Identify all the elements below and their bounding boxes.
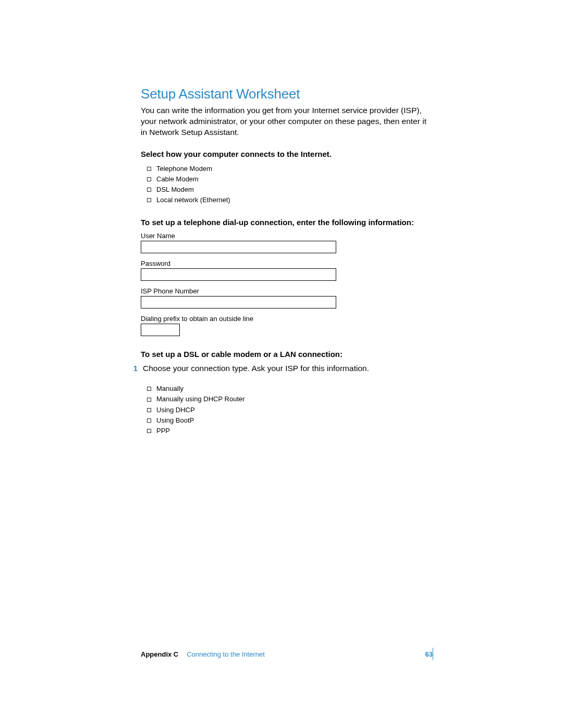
- section2-heading: To set up a telephone dial-up connection…: [141, 218, 433, 227]
- list-item-label: Using BootP: [156, 415, 194, 426]
- list-item-label: PPP: [156, 426, 170, 436]
- page-footer: Appendix C Connecting to the Internet 63: [141, 650, 433, 658]
- checkbox-icon[interactable]: [147, 387, 151, 391]
- footer-page-number: 63: [425, 650, 433, 658]
- list-item-label: Manually using DHCP Router: [156, 394, 245, 404]
- list-item-label: Manually: [156, 384, 183, 394]
- checkbox-icon[interactable]: [147, 418, 151, 423]
- page-title: Setup Assistant Worksheet: [141, 86, 433, 102]
- list-item: Cable Modem: [147, 174, 433, 184]
- list-item: Using DHCP: [147, 405, 433, 415]
- list-item: Manually: [147, 384, 433, 394]
- checkbox-icon[interactable]: [147, 429, 151, 433]
- footer-chapter: Connecting to the Internet: [187, 650, 265, 658]
- checkbox-icon[interactable]: [147, 198, 151, 202]
- connection-type-list: Telephone Modem Cable Modem DSL Modem Lo…: [147, 164, 433, 206]
- step-text: Choose your connection type. Ask your IS…: [143, 364, 369, 373]
- list-item: Manually using DHCP Router: [147, 394, 433, 404]
- list-item: DSL Modem: [147, 184, 433, 195]
- intro-paragraph: You can write the information you get fr…: [141, 105, 433, 138]
- list-item: Local network (Ethernet): [147, 195, 433, 205]
- step-1: 1 Choose your connection type. Ask your …: [141, 364, 433, 373]
- footer-appendix: Appendix C: [141, 650, 178, 658]
- checkbox-icon[interactable]: [147, 408, 151, 412]
- list-item: PPP: [147, 426, 433, 436]
- section3-heading: To set up a DSL or cable modem or a LAN …: [141, 350, 433, 359]
- list-item-label: Using DHCP: [156, 405, 195, 415]
- list-item: Telephone Modem: [147, 164, 433, 174]
- connection-method-list: Manually Manually using DHCP Router Usin…: [147, 384, 433, 436]
- username-label: User Name: [141, 232, 433, 240]
- step-number: 1: [131, 364, 138, 373]
- list-item-label: Local network (Ethernet): [156, 195, 230, 205]
- dialing-prefix-label: Dialing prefix to obtain an outside line: [141, 315, 433, 323]
- password-input[interactable]: [141, 268, 336, 281]
- list-item-label: Telephone Modem: [156, 164, 212, 174]
- isp-phone-label: ISP Phone Number: [141, 287, 433, 295]
- list-item: Using BootP: [147, 415, 433, 426]
- checkbox-icon[interactable]: [147, 177, 151, 181]
- list-item-label: DSL Modem: [156, 184, 194, 195]
- isp-phone-input[interactable]: [141, 296, 336, 309]
- footer-divider: [433, 648, 434, 660]
- section1-heading: Select how your computer connects to the…: [141, 150, 433, 158]
- list-item-label: Cable Modem: [156, 174, 199, 184]
- checkbox-icon[interactable]: [147, 167, 151, 171]
- checkbox-icon[interactable]: [147, 188, 151, 192]
- dialing-prefix-input[interactable]: [141, 324, 180, 336]
- username-input[interactable]: [141, 241, 336, 253]
- checkbox-icon[interactable]: [147, 398, 151, 402]
- password-label: Password: [141, 260, 433, 267]
